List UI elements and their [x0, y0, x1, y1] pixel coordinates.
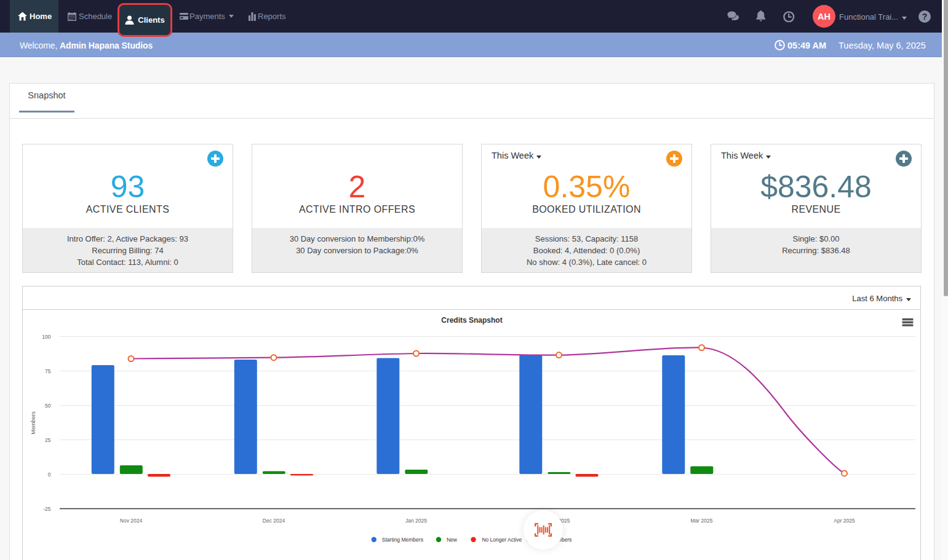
svg-text:New: New: [447, 537, 458, 543]
svg-text:0: 0: [48, 471, 51, 478]
svg-text:Apr 2025: Apr 2025: [834, 518, 855, 524]
svg-text:No Longer Active: No Longer Active: [482, 537, 522, 543]
svg-text:75: 75: [45, 368, 51, 374]
svg-text:100: 100: [42, 334, 50, 340]
svg-text:Mar 2025: Mar 2025: [691, 518, 713, 524]
svg-text:Nov 2024: Nov 2024: [120, 518, 143, 524]
svg-text:Credits Snapshot: Credits Snapshot: [441, 316, 502, 325]
svg-text:-25: -25: [43, 506, 51, 512]
svg-text:50: 50: [45, 403, 51, 409]
svg-text:Jan 2025: Jan 2025: [405, 518, 427, 524]
svg-text:Members: Members: [30, 411, 36, 435]
svg-text:Dec 2024: Dec 2024: [263, 518, 285, 524]
svg-text:25: 25: [45, 437, 51, 443]
svg-text:Starting Members: Starting Members: [382, 537, 423, 543]
